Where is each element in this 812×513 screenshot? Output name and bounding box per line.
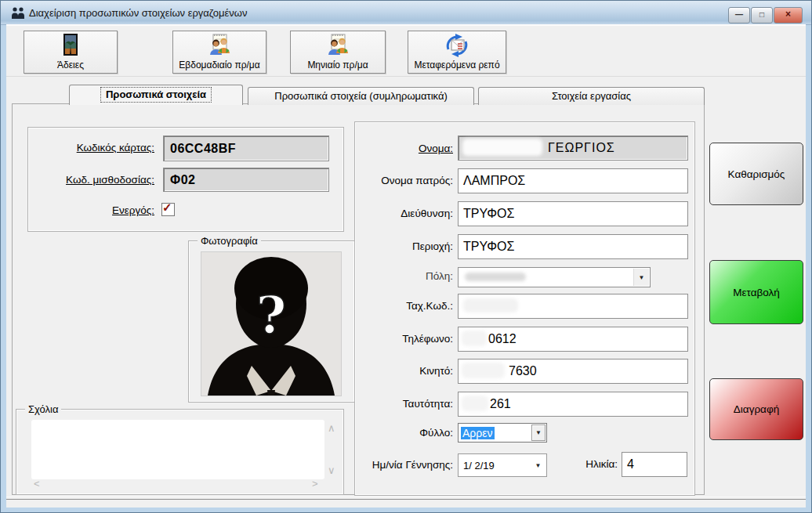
- mobile-label: Κινητό:: [359, 365, 453, 377]
- app-window: Διαχείριση προσωπικών στοιχείων εργαζομέ…: [0, 0, 812, 513]
- photo-group-label: Φωτογραφία: [198, 235, 261, 247]
- area-label: Περιοχή:: [359, 240, 453, 252]
- postal-code-input[interactable]: [458, 294, 688, 319]
- city-label: Πόλη:: [359, 270, 453, 282]
- minimize-button[interactable]: —: [728, 7, 750, 23]
- active-checkbox[interactable]: ✓: [161, 203, 175, 216]
- gender-label: Φύλλο:: [359, 427, 453, 439]
- birth-date-dropdown-icon[interactable]: ▼: [531, 455, 546, 475]
- employee-photo[interactable]: ?: [201, 251, 342, 396]
- age-label: Ηλικία:: [559, 458, 618, 470]
- phone-value: 0612: [459, 327, 687, 351]
- identity-input[interactable]: 261: [458, 392, 688, 417]
- tab-personal-data-label: Προσωπικά στοιχεία: [100, 87, 212, 103]
- weekly-schedule-button-label: Εβδομαδιαίο πρ/μα: [173, 60, 266, 70]
- postal-code-label: Ταχ.Κωδ.:: [359, 300, 453, 312]
- mail-transfer-icon: [444, 33, 469, 58]
- clear-button[interactable]: Καθαρισμός: [709, 143, 803, 205]
- check-icon: ✓: [162, 201, 172, 215]
- postal-code-value: [459, 294, 687, 318]
- leaves-button-label: Άδειες: [24, 60, 117, 70]
- maximize-button[interactable]: □: [751, 7, 773, 23]
- people-schedule-icon: [325, 33, 350, 58]
- monthly-schedule-button[interactable]: Μηνιαίο πρ/μα: [290, 31, 386, 74]
- people-app-icon: [10, 5, 26, 21]
- father-name-value: ΛΑΜΠΡΟΣ: [459, 169, 687, 193]
- modify-button[interactable]: Μεταβολή: [709, 260, 803, 324]
- active-label: Ενεργός:: [35, 204, 154, 216]
- area-value: ΤΡΥΦΟΣ: [459, 235, 687, 258]
- title-bar[interactable]: Διαχείριση προσωπικών στοιχείων εργαζομέ…: [1, 1, 811, 25]
- birth-date-picker[interactable]: 1/ 2/19 ▼: [458, 453, 547, 477]
- scroll-up-icon[interactable]: ∧: [328, 424, 335, 432]
- phone-input[interactable]: 0612: [458, 327, 688, 352]
- scroll-right-icon[interactable]: >: [312, 480, 318, 488]
- panel-bottom-edge: [6, 497, 806, 500]
- father-name-label: Ονομα πατρός:: [359, 175, 453, 186]
- age-input[interactable]: 4: [622, 452, 687, 477]
- monthly-schedule-button-label: Μηνιαίο πρ/μα: [291, 60, 385, 70]
- gender-dropdown-icon[interactable]: ▼: [531, 424, 546, 441]
- father-name-input[interactable]: ΛΑΜΠΡΟΣ: [458, 168, 688, 193]
- tab-work-data[interactable]: Στοιχεία εργασίας: [478, 87, 705, 105]
- delete-button[interactable]: Διαγραφή: [709, 378, 803, 440]
- address-input[interactable]: ΤΡΥΦΟΣ: [458, 201, 688, 226]
- leaves-button[interactable]: Άδειες: [24, 31, 118, 74]
- city-combobox[interactable]: ▼: [458, 267, 651, 287]
- identity-label: Ταυτότητα:: [359, 398, 453, 410]
- gender-combobox[interactable]: Αρρεν ▼: [458, 423, 547, 443]
- payroll-code-field: Φ02: [163, 168, 329, 192]
- weekly-schedule-button[interactable]: Εβδομαδιαίο πρ/μα: [172, 31, 266, 74]
- card-code-label: Κωδικός κάρτας:: [35, 142, 154, 154]
- phone-label: Τηλέφωνο:: [359, 333, 453, 345]
- toolbar-separator: [6, 76, 806, 77]
- comments-group-label: Σχόλια: [25, 403, 61, 415]
- birth-date-label: Ημ/νία Γέννησης:: [359, 459, 453, 471]
- scroll-left-icon[interactable]: <: [34, 480, 40, 488]
- name-value: ΓΕΩΡΓΙΟΣ: [459, 136, 687, 160]
- address-label: Διεύθυνση:: [359, 208, 453, 219]
- transferred-days-off-button-label: Μεταφερόμενα ρεπό: [408, 60, 506, 70]
- area-input[interactable]: ΤΡΥΦΟΣ: [458, 234, 688, 259]
- address-value: ΤΡΥΦΟΣ: [459, 202, 687, 226]
- vacation-photo-icon: [58, 33, 83, 58]
- window-title: Διαχείριση προσωπικών στοιχείων εργαζομέ…: [29, 7, 247, 19]
- card-code-value: 06CC48BF: [164, 136, 328, 161]
- tab-personal-data-supplementary[interactable]: Προσωπικά στοιχεία (συμληρωματικά): [248, 87, 474, 105]
- payroll-code-value: Φ02: [164, 168, 328, 191]
- svg-text:?: ?: [256, 284, 287, 345]
- close-button[interactable]: ×: [774, 7, 803, 23]
- tab-personal-data[interactable]: Προσωπικά στοιχεία: [69, 85, 243, 105]
- gender-value: Αρρεν: [461, 427, 495, 439]
- age-value: 4: [622, 453, 687, 476]
- photo-silhouette: ?: [201, 252, 341, 396]
- comments-textarea[interactable]: [31, 420, 324, 479]
- mobile-input[interactable]: 7630: [458, 359, 688, 384]
- scroll-down-icon[interactable]: ∨: [328, 467, 335, 475]
- name-field: ΓΕΩΡΓΙΟΣ: [458, 135, 688, 161]
- card-code-field: 06CC48BF: [163, 135, 329, 161]
- transferred-days-off-button[interactable]: Μεταφερόμενα ρεπό: [408, 31, 506, 74]
- name-label: Ονομα:: [359, 143, 453, 154]
- city-dropdown-icon[interactable]: ▼: [633, 269, 649, 286]
- city-value: [459, 268, 650, 287]
- payroll-code-label: Κωδ. μισθοδοσίας:: [35, 174, 154, 186]
- mobile-value: 7630: [459, 359, 687, 383]
- people-schedule-icon: [207, 33, 232, 58]
- identity-value: 261: [459, 392, 687, 416]
